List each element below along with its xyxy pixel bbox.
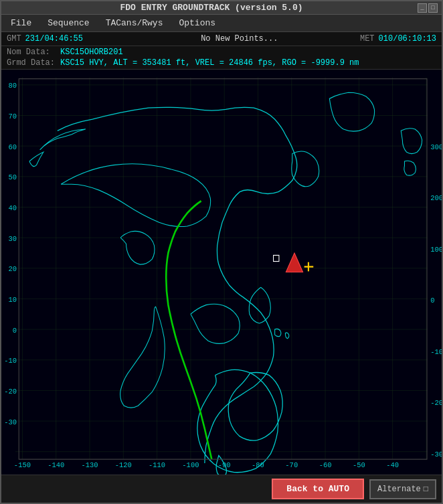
gmt-label: GMT: [7, 34, 21, 44]
met-value: 010/06:10:13: [379, 34, 436, 44]
svg-text:-40: -40: [386, 460, 399, 469]
status-bar: GMT 231/04:46:55 No New Points... MET 01…: [1, 32, 442, 46]
svg-text:2000: 2000: [430, 194, 442, 203]
svg-text:-60: -60: [319, 460, 332, 469]
window-title: FDO ENTRY GROUNDTRACK (version 5.0): [5, 3, 418, 13]
svg-text:-120: -120: [115, 460, 132, 469]
svg-text:50: 50: [8, 173, 17, 182]
gmt-value: 231/04:46:55: [25, 34, 119, 44]
svg-text:30: 30: [8, 234, 17, 243]
svg-text:80: 80: [8, 82, 17, 90]
bottom-bar: Back to AUTO Alternate □: [1, 475, 442, 503]
svg-text:10: 10: [8, 296, 17, 305]
svg-text:0: 0: [13, 326, 17, 335]
svg-text:-100: -100: [182, 460, 199, 469]
svg-text:3000: 3000: [430, 143, 442, 151]
alternate-icon: □: [424, 485, 428, 494]
title-bar: FDO ENTRY GROUNDTRACK (version 5.0) _ □: [1, 1, 442, 15]
menu-bar: File Sequence TACans/Rwys Options: [1, 15, 442, 32]
data-rows: Nom Data: KSC15OHORB201 Grmd Data: KSC15…: [1, 46, 442, 70]
menu-tacans[interactable]: TACans/Rwys: [103, 17, 166, 29]
svg-text:-130: -130: [81, 460, 98, 469]
svg-text:-30: -30: [4, 418, 17, 426]
svg-text:1000: 1000: [430, 245, 442, 254]
svg-text:-80: -80: [252, 460, 264, 469]
nom-data-label: Nom Data:: [7, 48, 60, 57]
svg-text:-50: -50: [353, 460, 365, 469]
svg-text:0: 0: [430, 297, 434, 305]
svg-text:-140: -140: [48, 460, 64, 469]
nom-data-value: KSC15OHORB201: [60, 48, 123, 57]
window-controls[interactable]: _ □: [418, 3, 438, 13]
svg-text:-70: -70: [285, 460, 298, 469]
maximize-btn[interactable]: □: [428, 3, 438, 13]
svg-text:70: 70: [8, 112, 17, 121]
map-svg: 80 70 60 50 40 30 20 10 0 -10 -20 -30 30…: [1, 70, 442, 475]
back-to-auto-button[interactable]: Back to AUTO: [272, 479, 364, 499]
svg-text:60: 60: [8, 143, 17, 151]
svg-text:20: 20: [8, 265, 17, 274]
menu-file[interactable]: File: [8, 17, 34, 29]
svg-text:-3000: -3000: [430, 450, 442, 458]
status-message: No New Points...: [119, 34, 360, 44]
svg-text:-1000: -1000: [430, 347, 442, 356]
grmd-data-row: Grmd Data: KSC15 HVY, ALT = 353481 ft, V…: [7, 58, 436, 68]
grmd-data-label: Grmd Data:: [7, 58, 60, 68]
grmd-data-value: KSC15 HVY, ALT = 353481 ft, VREL = 24846…: [60, 58, 359, 68]
nom-data-row: Nom Data: KSC15OHORB201: [7, 47, 436, 58]
alternate-button[interactable]: Alternate □: [369, 479, 436, 499]
map-container: 80 70 60 50 40 30 20 10 0 -10 -20 -30 30…: [1, 70, 442, 475]
minimize-btn[interactable]: _: [418, 3, 427, 13]
svg-text:-10: -10: [4, 357, 17, 365]
menu-options[interactable]: Options: [176, 17, 218, 29]
alternate-label: Alternate: [377, 485, 421, 494]
met-label: MET: [360, 34, 375, 44]
app-window: FDO ENTRY GROUNDTRACK (version 5.0) _ □ …: [0, 0, 443, 504]
menu-sequence[interactable]: Sequence: [45, 17, 92, 29]
svg-text:-150: -150: [14, 460, 31, 469]
svg-text:-90: -90: [218, 460, 231, 469]
svg-text:-110: -110: [149, 460, 165, 469]
svg-text:-2000: -2000: [430, 399, 442, 408]
svg-text:-20: -20: [4, 388, 17, 396]
svg-text:40: 40: [8, 204, 17, 213]
